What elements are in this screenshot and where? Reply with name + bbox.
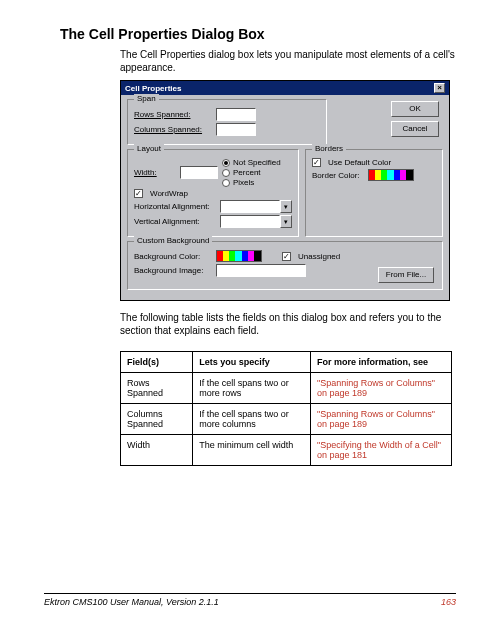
table-row: Width The minimum cell width "Specifying… [121, 435, 452, 466]
table-row: Rows Spanned If the cell spans two or mo… [121, 373, 452, 404]
cell-field: Columns Spanned [121, 404, 193, 435]
cell-field: Rows Spanned [121, 373, 193, 404]
radio-pixels[interactable] [222, 179, 230, 187]
th-spec: Lets you specify [193, 352, 311, 373]
dialog-title: Cell Properties [125, 84, 181, 93]
page-heading: The Cell Properties Dialog Box [60, 26, 456, 42]
radio-percent[interactable] [222, 169, 230, 177]
span-group-label: Span [134, 94, 159, 103]
borders-group-label: Borders [312, 144, 346, 153]
columns-spanned-input[interactable] [216, 123, 256, 136]
width-label: Width: [134, 168, 176, 177]
halign-label: Horizontal Alignment: [134, 202, 216, 211]
from-file-button[interactable]: From File... [378, 267, 434, 283]
unassigned-checkbox[interactable]: ✓ [282, 252, 291, 261]
radio-not-specified[interactable] [222, 159, 230, 167]
bgimage-input[interactable] [216, 264, 306, 277]
border-color-swatch[interactable] [368, 169, 414, 181]
custom-bg-group-label: Custom Background [134, 236, 212, 245]
unassigned-label: Unassigned [298, 252, 340, 261]
cell-ref: "Spanning Rows or Columns" on page 189 [311, 373, 452, 404]
chevron-down-icon[interactable]: ▾ [280, 215, 292, 228]
wordwrap-checkbox[interactable]: ✓ [134, 189, 143, 198]
width-input[interactable] [180, 166, 218, 179]
page-footer: Ektron CMS100 User Manual, Version 2.1.1… [44, 593, 456, 607]
cell-properties-dialog: Cell Properties × OK Cancel Span Rows Sp… [120, 80, 450, 301]
intro-text: The Cell Properties dialog box lets you … [120, 48, 456, 74]
th-field: Field(s) [121, 352, 193, 373]
following-text: The following table lists the fields on … [120, 311, 456, 337]
rows-spanned-input[interactable] [216, 108, 256, 121]
wordwrap-label: WordWrap [150, 189, 188, 198]
fields-table: Field(s) Lets you specify For more infor… [120, 351, 452, 466]
default-color-checkbox[interactable]: ✓ [312, 158, 321, 167]
layout-group-label: Layout [134, 144, 164, 153]
cell-spec: If the cell spans two or more columns [193, 404, 311, 435]
th-ref: For more information, see [311, 352, 452, 373]
cell-spec: If the cell spans two or more rows [193, 373, 311, 404]
border-color-label: Border Color: [312, 171, 364, 180]
close-icon[interactable]: × [434, 83, 445, 93]
footer-text: Ektron CMS100 User Manual, Version 2.1.1 [44, 597, 219, 607]
bgimage-label: Background Image: [134, 266, 212, 275]
default-color-label: Use Default Color [328, 158, 391, 167]
valign-select[interactable] [220, 215, 280, 228]
cell-ref: "Specifying the Width of a Cell" on page… [311, 435, 452, 466]
cell-ref: "Spanning Rows or Columns" on page 189 [311, 404, 452, 435]
pixels-label: Pixels [233, 178, 254, 187]
bgcolor-swatch[interactable] [216, 250, 262, 262]
cancel-button[interactable]: Cancel [391, 121, 439, 137]
valign-label: Vertical Alignment: [134, 217, 216, 226]
table-row: Columns Spanned If the cell spans two or… [121, 404, 452, 435]
halign-select[interactable] [220, 200, 280, 213]
footer-page-number: 163 [441, 597, 456, 607]
dialog-titlebar: Cell Properties × [121, 81, 449, 95]
cell-spec: The minimum cell width [193, 435, 311, 466]
bgcolor-label: Background Color: [134, 252, 212, 261]
cell-field: Width [121, 435, 193, 466]
chevron-down-icon[interactable]: ▾ [280, 200, 292, 213]
columns-spanned-label: Columns Spanned: [134, 125, 212, 134]
not-specified-label: Not Specified [233, 158, 281, 167]
ok-button[interactable]: OK [391, 101, 439, 117]
percent-label: Percent [233, 168, 261, 177]
rows-spanned-label: Rows Spanned: [134, 110, 212, 119]
